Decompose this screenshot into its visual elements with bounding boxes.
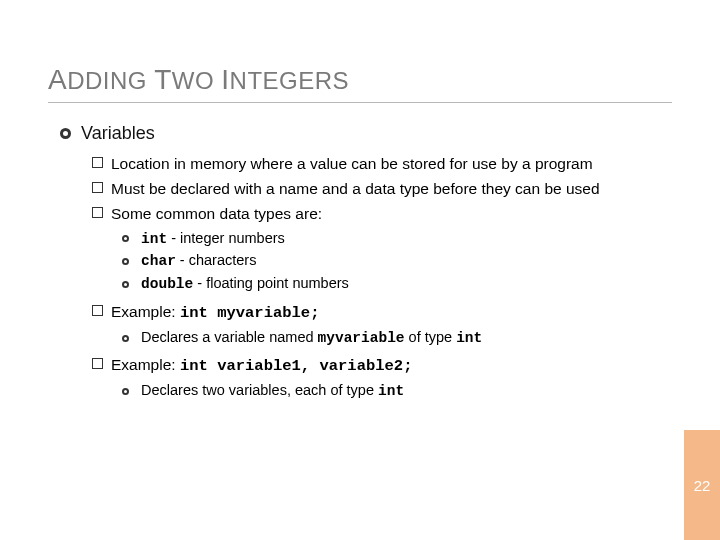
code-double: double — [141, 276, 193, 292]
square-bullet-icon — [92, 305, 103, 316]
ring-bullet-icon — [122, 281, 129, 288]
square-bullet-icon — [92, 182, 103, 193]
section-heading: Variables — [81, 123, 155, 144]
sub-text-a: Declares a variable named — [141, 329, 318, 345]
page-number: 22 — [694, 477, 711, 494]
bullet-text: Must be declared with a name and a data … — [111, 179, 672, 200]
bullet-declared: Must be declared with a name and a data … — [92, 179, 672, 200]
ring-bullet-icon — [122, 335, 129, 342]
example-label: Example: — [111, 303, 180, 320]
example-2-sub: Declares two variables, each of type int — [122, 381, 672, 402]
type-desc: - integer numbers — [167, 230, 285, 246]
sub-code-2: int — [456, 330, 482, 346]
type-int: int - integer numbers — [122, 229, 672, 250]
type-list: int - integer numbers char - characters … — [122, 229, 672, 295]
slide-title: ADDING TWO INTEGERS — [48, 64, 672, 103]
example-1-detail: Declares a variable named myvariable of … — [122, 328, 672, 349]
sub-code-1: myvariable — [318, 330, 405, 346]
ring-bullet-icon — [122, 235, 129, 242]
square-bullet-icon — [92, 358, 103, 369]
ring-bullet-icon — [122, 258, 129, 265]
example-code: int variable1, variable2; — [180, 357, 413, 375]
square-bullet-icon — [92, 207, 103, 218]
section-heading-row: Variables — [60, 123, 672, 144]
bullet-text: Location in memory where a value can be … — [111, 154, 672, 175]
sub-code: int — [378, 383, 404, 399]
section-variables: Variables Location in memory where a val… — [60, 123, 672, 401]
ring-bullet-icon — [122, 388, 129, 395]
bullet-text: Some common data types are: — [111, 204, 672, 225]
bullet-location: Location in memory where a value can be … — [92, 154, 672, 175]
square-bullet-icon — [92, 157, 103, 168]
example-text: Example: int myvariable; — [111, 302, 672, 324]
sub-text-b: of type — [405, 329, 457, 345]
page-number-badge: 22 — [684, 430, 720, 540]
type-desc: - floating point numbers — [193, 275, 349, 291]
bullet-common-types: Some common data types are: — [92, 204, 672, 225]
code-char: char — [141, 253, 176, 269]
sub-text: Declares two variables, each of type — [141, 382, 378, 398]
code-int: int — [141, 231, 167, 247]
slide-content: ADDING TWO INTEGERS Variables Location i… — [0, 0, 720, 423]
example-code: int myvariable; — [180, 304, 320, 322]
example-text: Example: int variable1, variable2; — [111, 355, 672, 377]
example-1: Example: int myvariable; — [92, 302, 672, 324]
type-char: char - characters — [122, 251, 672, 272]
example-1-sub: Declares a variable named myvariable of … — [122, 328, 672, 349]
ring-bullet-icon — [60, 128, 71, 139]
example-label: Example: — [111, 356, 180, 373]
type-double: double - floating point numbers — [122, 274, 672, 295]
type-desc: - characters — [176, 252, 257, 268]
example-2: Example: int variable1, variable2; — [92, 355, 672, 377]
example-2-detail: Declares two variables, each of type int — [122, 381, 672, 402]
